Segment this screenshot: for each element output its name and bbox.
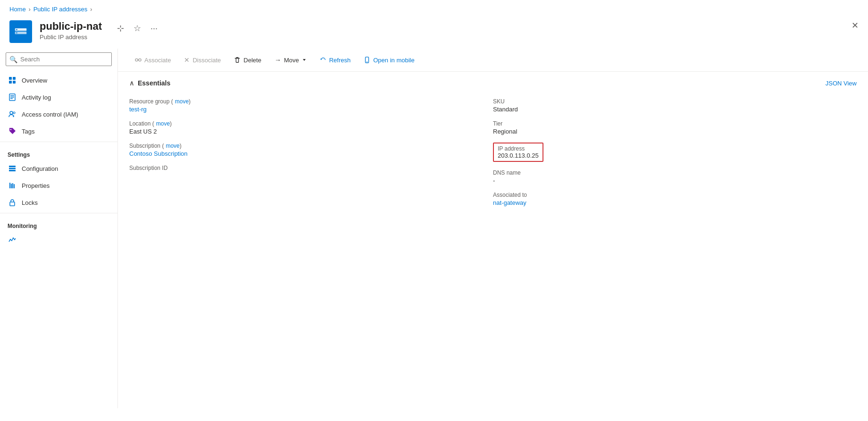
- sidebar-item-tags-label: Tags: [22, 128, 34, 135]
- sidebar-item-configuration[interactable]: Configuration: [0, 160, 117, 177]
- location-value: East US 2: [129, 128, 493, 135]
- sidebar-item-access-control[interactable]: Access control (IAM): [0, 106, 117, 123]
- svg-rect-20: [12, 183, 13, 188]
- associated-to-field: Associated to nat-gateway: [493, 188, 857, 210]
- dns-name-value: -: [493, 177, 857, 184]
- content-area: Associate ✕ Dissociate Delete → Move Ref…: [118, 49, 868, 408]
- resource-title-group: public-ip-nat Public IP address: [40, 20, 102, 41]
- svg-point-23: [135, 59, 138, 61]
- resource-type: Public IP address: [40, 34, 102, 41]
- sidebar-item-monitoring-placeholder[interactable]: [0, 231, 117, 248]
- svg-rect-5: [13, 77, 16, 80]
- svg-rect-6: [9, 81, 12, 84]
- tags-icon: [8, 126, 17, 136]
- sidebar-item-access-control-label: Access control (IAM): [22, 111, 78, 118]
- more-options-button[interactable]: ···: [149, 23, 159, 34]
- tier-field: Tier Regional: [493, 117, 857, 139]
- activity-log-icon: [8, 93, 17, 102]
- sku-field: SKU Standard: [493, 94, 857, 117]
- svg-rect-19: [11, 184, 12, 188]
- resource-name: public-ip-nat: [40, 20, 102, 33]
- header-action-buttons: ⊹ ☆ ···: [115, 22, 159, 34]
- sidebar-divider-monitoring: [0, 213, 117, 213]
- dns-name-label: DNS name: [493, 169, 857, 176]
- svg-rect-26: [367, 62, 368, 62]
- resource-icon: [9, 20, 32, 43]
- svg-rect-22: [10, 202, 15, 206]
- resource-header: public-ip-nat Public IP address ⊹ ☆ ··· …: [0, 17, 868, 49]
- essentials-chevron-icon[interactable]: ∧: [129, 79, 134, 87]
- access-control-icon: [8, 109, 17, 119]
- associated-to-value-link[interactable]: nat-gateway: [493, 199, 526, 206]
- subscription-id-label: Subscription ID: [129, 165, 493, 171]
- svg-rect-18: [9, 183, 10, 188]
- ip-address-highlighted-box: IP address 203.0.113.0.25: [493, 143, 543, 162]
- search-icon: 🔍: [9, 56, 17, 63]
- essentials-grid: Resource group (move) test-rg Location (…: [129, 94, 857, 210]
- subscription-move-link[interactable]: move: [166, 143, 179, 149]
- sidebar-item-properties-label: Properties: [22, 182, 50, 189]
- sidebar-divider-settings: [0, 142, 117, 142]
- svg-rect-3: [16, 33, 18, 34]
- settings-section-label: Settings: [0, 144, 117, 160]
- sidebar-item-locks-label: Locks: [22, 199, 38, 206]
- refresh-button[interactable]: Refresh: [314, 54, 357, 67]
- ip-address-label: IP address: [498, 145, 539, 152]
- favorite-button[interactable]: ☆: [132, 22, 143, 34]
- breadcrumb-public-ip[interactable]: Public IP addresses: [33, 6, 88, 13]
- tier-value: Regional: [493, 128, 857, 135]
- svg-point-14: [10, 129, 11, 130]
- svg-rect-2: [16, 29, 18, 30]
- sidebar-item-overview[interactable]: Overview: [0, 72, 117, 89]
- ip-address-field: IP address 203.0.113.0.25: [493, 139, 857, 166]
- search-container: 🔍 《: [6, 52, 112, 66]
- subscription-id-field: Subscription ID: [129, 161, 493, 176]
- resource-group-field: Resource group (move) test-rg: [129, 94, 493, 117]
- sidebar-item-configuration-label: Configuration: [22, 165, 58, 172]
- open-in-mobile-button[interactable]: Open in mobile: [358, 54, 420, 67]
- toolbar: Associate ✕ Dissociate Delete → Move Ref…: [118, 49, 868, 72]
- dissociate-button[interactable]: ✕ Dissociate: [178, 53, 226, 67]
- breadcrumb-home[interactable]: Home: [9, 6, 26, 13]
- svg-point-13: [13, 112, 15, 114]
- resource-group-move-link[interactable]: move: [175, 98, 189, 105]
- svg-point-24: [139, 59, 141, 61]
- essentials-header: ∧ Essentials JSON View: [129, 79, 857, 87]
- properties-icon: [8, 181, 17, 190]
- svg-rect-11: [10, 98, 13, 99]
- resource-group-value-link[interactable]: test-rg: [129, 106, 147, 113]
- sidebar-item-overview-label: Overview: [22, 77, 47, 84]
- monitoring-icon: [8, 235, 17, 244]
- subscription-value-link[interactable]: Contoso Subscription: [129, 150, 188, 157]
- sidebar-item-tags[interactable]: Tags: [0, 123, 117, 140]
- sidebar-item-locks[interactable]: Locks: [0, 194, 117, 211]
- essentials-left-column: Resource group (move) test-rg Location (…: [129, 94, 493, 210]
- svg-point-12: [10, 111, 13, 114]
- delete-button[interactable]: Delete: [228, 54, 267, 67]
- svg-rect-21: [14, 184, 15, 188]
- svg-rect-16: [9, 168, 16, 169]
- breadcrumb: Home › Public IP addresses ›: [0, 0, 868, 17]
- essentials-section: ∧ Essentials JSON View Resource group (m…: [118, 72, 868, 218]
- essentials-right-column: SKU Standard Tier Regional IP address 20…: [493, 94, 857, 210]
- move-button[interactable]: → Move: [269, 53, 312, 67]
- svg-rect-9: [10, 95, 14, 96]
- sku-value: Standard: [493, 106, 857, 113]
- svg-rect-17: [9, 170, 16, 171]
- ip-address-value: 203.0.113.0.25: [498, 152, 539, 159]
- sidebar-item-properties[interactable]: Properties: [0, 177, 117, 194]
- sidebar-item-activity-log-label: Activity log: [22, 94, 51, 101]
- svg-rect-15: [9, 166, 16, 167]
- svg-rect-10: [10, 97, 14, 98]
- svg-rect-7: [13, 81, 16, 84]
- essentials-title: ∧ Essentials: [129, 79, 170, 87]
- tier-label: Tier: [493, 120, 857, 127]
- dns-name-field: DNS name -: [493, 166, 857, 188]
- json-view-link[interactable]: JSON View: [826, 80, 857, 87]
- location-move-link[interactable]: move: [156, 120, 170, 127]
- pin-button[interactable]: ⊹: [115, 22, 126, 34]
- close-button[interactable]: ✕: [851, 20, 859, 31]
- search-input[interactable]: [6, 52, 112, 66]
- sidebar-item-activity-log[interactable]: Activity log: [0, 89, 117, 106]
- associate-button[interactable]: Associate: [129, 54, 176, 67]
